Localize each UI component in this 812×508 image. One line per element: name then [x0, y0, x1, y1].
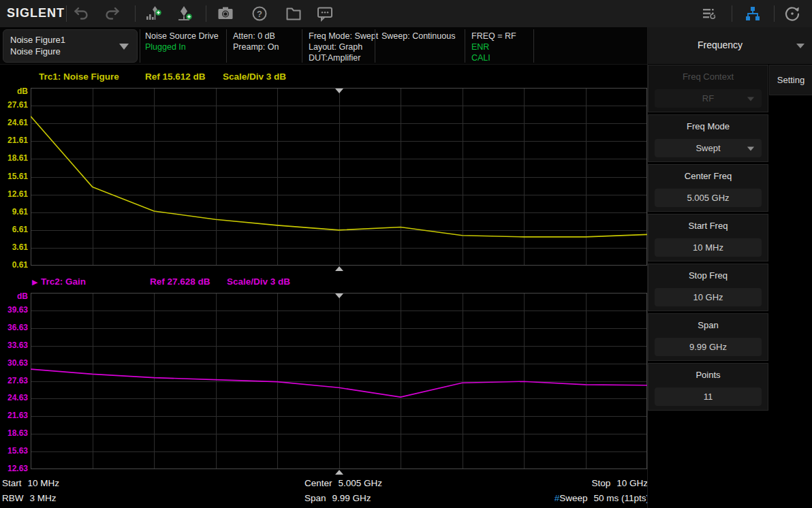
chart2-center-freq-marker-bottom[interactable] [335, 470, 343, 475]
freq-context-value: RF [655, 93, 762, 104]
freq-context-select[interactable]: RF [655, 89, 762, 108]
span-label: Span [649, 320, 768, 330]
center-freq-input[interactable]: 5.005 GHz [655, 189, 762, 207]
rbw-value: 3 MHz [30, 493, 57, 503]
sweep-status: Sweep: Continuous [381, 31, 455, 42]
center-freq-readout: Center5.005 GHz [304, 478, 382, 488]
status-divider [375, 29, 375, 63]
y-tick-label: 39.63 [7, 305, 28, 315]
message-icon[interactable] [316, 5, 334, 22]
chart2-plot[interactable] [31, 293, 647, 469]
y-tick-label: 21.63 [7, 411, 28, 420]
sidebar-title: Frequency [648, 39, 792, 50]
status-divider [140, 29, 140, 63]
measurement-selector[interactable]: Noise Figure1 Noise Figure [3, 29, 138, 63]
y-tick-label: 21.61 [7, 136, 28, 145]
toolbar-divider [135, 5, 136, 22]
points-input[interactable]: 11 [655, 387, 762, 406]
start-freq-readout: Start10 MHz [2, 478, 59, 488]
stop-freq-label: Stop Freq [649, 270, 768, 281]
sweep-time-label: Sweep [559, 493, 587, 503]
chart2-center-freq-marker-top[interactable] [335, 293, 343, 298]
screenshot-icon[interactable] [217, 5, 234, 22]
stop-freq-input[interactable]: 10 GHz [655, 288, 762, 306]
stop-freq-value: 10 GHz [655, 292, 762, 302]
y-axis-unit: dB [17, 86, 28, 96]
chevron-down-icon [119, 44, 129, 50]
freq-context-label: Freq Context [649, 72, 768, 82]
trace2-scale: Scale/Div 3 dB [227, 276, 290, 287]
y-tick-label: 15.61 [7, 172, 28, 181]
center-freq-label: Center Freq [649, 171, 768, 181]
dut-status: DUT:Amplifier [309, 52, 378, 63]
redo-icon[interactable] [104, 5, 121, 22]
siglent-logo: SIGLENT [7, 6, 65, 20]
trc1-chart-svg [31, 88, 647, 266]
preset-icon[interactable] [783, 5, 801, 22]
y-tick-label: 12.61 [7, 189, 28, 199]
chart1-center-freq-marker-top[interactable] [335, 89, 343, 93]
y-tick-label: 36.63 [7, 323, 28, 332]
add-trace-icon[interactable] [144, 5, 162, 22]
stop-value: 10 GHz [616, 478, 648, 488]
sidebar-menu-selector[interactable]: Frequency [648, 27, 812, 65]
status-divider [465, 29, 465, 63]
sweep-time-value: 50 ms (11pts) [593, 493, 649, 503]
measurement-name: Noise Figure1 [10, 35, 65, 45]
status-bar: Noise Figure1 Noise Figure Noise Source … [0, 27, 647, 65]
control-sidebar: Frequency Setting Freq Context RF Freq M… [647, 27, 812, 508]
freq-mode-select[interactable]: Swept [655, 139, 762, 157]
chart1-y-axis: dB27.6124.6121.6118.6115.6112.619.616.61… [0, 88, 29, 266]
start-label: Start [2, 478, 22, 488]
y-tick-label: 0.61 [12, 260, 28, 270]
y-tick-label: 3.61 [12, 242, 28, 252]
y-tick-label: 18.61 [7, 153, 28, 163]
stop-freq-readout: Stop10 GHz [591, 478, 648, 488]
noise-source-status: Plugged In [145, 42, 219, 52]
group-stop-freq: Stop Freq 10 GHz [648, 264, 768, 311]
trc2-chart-svg [31, 293, 647, 469]
chart1-plot[interactable] [31, 88, 647, 266]
y-tick-label: 9.61 [12, 207, 28, 217]
toolbar-divider [206, 5, 206, 22]
cali-status: CALI [471, 52, 516, 63]
status-divider [302, 29, 302, 63]
y-tick-label: 18.63 [7, 428, 28, 438]
file-icon[interactable] [285, 5, 302, 22]
toolbar-divider [732, 5, 732, 22]
span-readout: Span9.99 GHz [304, 493, 371, 503]
undo-icon[interactable] [72, 5, 90, 22]
points-label: Points [649, 370, 768, 380]
y-tick-label: 27.63 [7, 376, 28, 385]
freq-mode-value: Swept [655, 143, 762, 153]
stop-label: Stop [591, 478, 610, 488]
lan-icon[interactable] [744, 5, 762, 22]
y-tick-label: 15.63 [7, 446, 28, 456]
atten-status: Atten: 0 dB [233, 31, 279, 42]
active-trace-indicator: ▶ [32, 278, 37, 287]
y-axis-unit: dB [17, 291, 28, 301]
chevron-down-icon [796, 44, 805, 48]
toolbar-divider [66, 5, 67, 22]
y-tick-label: 6.61 [12, 225, 28, 234]
toolbar: SIGLENT [0, 0, 812, 27]
add-marker-icon[interactable] [176, 5, 193, 22]
group-span: Span 9.99 GHz [648, 313, 768, 361]
setting-tab-label: Setting [770, 75, 812, 85]
group-start-freq: Start Freq 10 MHz [648, 214, 768, 261]
help-icon[interactable]: ? [251, 5, 268, 22]
span-value: 9.99 GHz [655, 342, 762, 352]
start-freq-input[interactable]: 10 MHz [655, 238, 762, 257]
y-tick-label: 24.63 [7, 393, 28, 402]
trace1-scale: Scale/Div 3 dB [223, 72, 286, 82]
task-list-icon[interactable] [700, 5, 718, 22]
noise-source-cell: Noise Source Drive Plugged In [145, 31, 219, 52]
preamp-status: Preamp: On [233, 42, 279, 52]
span-value: 9.99 GHz [332, 493, 371, 503]
center-freq-value: 5.005 GHz [655, 193, 762, 203]
start-value: 10 MHz [28, 478, 60, 488]
center-value: 5.005 GHz [339, 478, 383, 488]
chart1-center-freq-marker-bottom[interactable] [335, 266, 343, 271]
tab-setting[interactable]: Setting [769, 65, 812, 95]
span-input[interactable]: 9.99 GHz [655, 338, 762, 356]
